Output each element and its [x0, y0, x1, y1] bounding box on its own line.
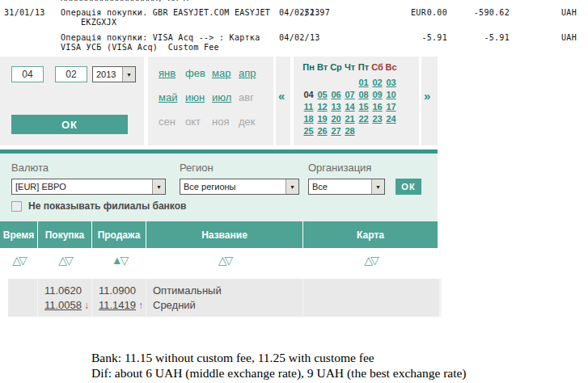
weekday-mon: Пн: [302, 62, 315, 72]
txn-description: VISA УСБ (VISA Acq) Custom Fee: [61, 43, 219, 52]
calendar-week: 25262728: [302, 123, 398, 137]
chevron-down-icon[interactable]: ▼: [371, 179, 384, 194]
currency-select-value: [EUR] ЕВРО: [12, 182, 152, 192]
table-row: 11.0620 11.0058↓ 11.0900 11.1419↑ Оптима…: [8, 279, 442, 317]
sort-asc-icon[interactable]: △: [218, 254, 225, 267]
rate-name-middle: Средний: [153, 298, 302, 313]
sort-desc-icon[interactable]: ▽: [225, 254, 231, 267]
day-input[interactable]: [11, 66, 44, 82]
txn-fee: 0.00: [427, 8, 447, 17]
day-link[interactable]: 26: [315, 126, 329, 136]
month-disabled-aug: авг: [239, 91, 265, 116]
annotation-notes: Bank: 11.15 without custom fee, 11.25 wi…: [91, 350, 467, 381]
year-select[interactable]: 2013 ▼: [92, 66, 136, 82]
month-link-apr[interactable]: апр: [239, 67, 265, 91]
organization-label: Организация: [308, 162, 371, 174]
cell-time: [8, 279, 37, 317]
sort-asc-active-icon[interactable]: ▲: [112, 254, 121, 267]
currency-select[interactable]: [EUR] ЕВРО ▼: [11, 179, 166, 195]
month-input[interactable]: [55, 66, 87, 82]
rate-name-optimal: Оптимальный: [153, 284, 302, 298]
region-select-value: Все регионы: [180, 182, 286, 192]
month-disabled-oct: окт: [185, 116, 212, 140]
day-link[interactable]: 28: [343, 126, 357, 136]
sort-controls-row: △▽ △▽ ▲▽ △▽ △▽: [0, 248, 438, 279]
month-link-mar[interactable]: мар: [212, 67, 239, 91]
organization-select-value: Все: [309, 182, 371, 192]
prev-month-icon[interactable]: «: [278, 89, 285, 103]
weekday-thu: Чт: [343, 62, 357, 72]
column-header-time: Время: [0, 221, 37, 248]
txn-total-currency: UAH: [561, 8, 577, 17]
day-link[interactable]: 27: [329, 126, 343, 136]
txn-description: Операція покупки. GBR EASYJET.COM EASYJE…: [61, 8, 270, 17]
calendar-weekday-header: ПнВтСрЧтПтСбВс: [302, 59, 398, 74]
sort-desc-icon[interactable]: ▽: [121, 254, 127, 267]
currency-label: Валюта: [11, 162, 49, 174]
region-label: Регион: [180, 162, 214, 174]
month-link-jul[interactable]: июл: [212, 91, 239, 116]
sell-rate-middle-link[interactable]: 11.1419: [99, 299, 136, 311]
next-month-icon[interactable]: »: [424, 89, 430, 103]
month-links-panel: янв фев мар апр май июн июл авг сен окт …: [148, 57, 273, 145]
date-input-panel: 2013 ▼ ОК: [0, 57, 144, 145]
filter-bar: Валюта Регион Организация [EUR] ЕВРО ▼ В…: [0, 149, 438, 221]
trend-down-icon: ↓: [84, 298, 89, 313]
sort-desc-icon[interactable]: ▽: [65, 254, 71, 267]
month-disabled-nov: ноя: [212, 116, 239, 140]
txn-value-date: 04/02/13: [279, 33, 320, 42]
hide-branches-label: Не показывать филиалы банков: [28, 200, 186, 212]
txn-total: -5.91: [484, 33, 510, 42]
date-ok-button[interactable]: ОК: [11, 115, 128, 134]
sort-control-sell-active[interactable]: ▲▽: [112, 254, 127, 279]
organization-select[interactable]: Все ▼: [308, 179, 385, 195]
rates-table-header: Время Покупка Продажа Название Карта: [0, 221, 438, 248]
chevron-down-icon[interactable]: ▼: [122, 67, 135, 82]
month-current-feb: фев: [185, 67, 212, 91]
cell-name: Оптимальный Средний: [146, 279, 302, 317]
txn-amount: -52.97: [299, 8, 330, 17]
sort-desc-icon[interactable]: ▽: [19, 254, 25, 267]
sort-control-buy[interactable]: △▽: [58, 254, 71, 279]
year-select-value: 2013: [93, 69, 122, 79]
txn-total-currency: UAH: [561, 33, 577, 42]
sort-asc-icon[interactable]: △: [58, 254, 65, 267]
cell-sell: 11.0900 11.1419↑: [92, 279, 146, 317]
sort-asc-icon[interactable]: △: [364, 254, 370, 267]
txn-currency: EUR: [411, 8, 426, 17]
weekday-wed: Ср: [329, 62, 343, 72]
filters-ok-button[interactable]: ОК: [396, 179, 421, 195]
chevron-down-icon[interactable]: ▼: [152, 179, 165, 194]
sort-control-card[interactable]: △▽: [364, 254, 377, 279]
sort-asc-icon[interactable]: △: [12, 254, 19, 267]
hide-branches-checkbox[interactable]: [11, 201, 22, 212]
month-link-jun[interactable]: июн: [185, 91, 212, 116]
month-disabled-sep: сен: [159, 116, 185, 140]
txn-description: Операція покупки: VISA Acq --> : Картка: [61, 33, 260, 42]
trend-up-icon: ↑: [138, 298, 143, 313]
txn-total: -590.62: [474, 8, 510, 17]
column-header-name: Название: [146, 221, 302, 248]
day-link[interactable]: 25: [302, 126, 315, 136]
month-link-jan[interactable]: янв: [159, 67, 185, 91]
weekday-fri: Пт: [357, 62, 370, 72]
column-header-sell: Продажа: [92, 221, 146, 248]
month-disabled-dec: дек: [239, 116, 265, 140]
txn-fee: -5.91: [421, 33, 447, 42]
chevron-down-icon[interactable]: ▼: [286, 179, 298, 194]
region-select[interactable]: Все регионы ▼: [180, 179, 299, 195]
sort-control-name[interactable]: △▽: [218, 254, 231, 279]
month-link-may[interactable]: май: [159, 91, 185, 116]
weekday-sun: Вс: [384, 62, 398, 72]
cell-buy: 11.0620 11.0058↓: [38, 279, 91, 317]
sort-desc-icon[interactable]: ▽: [370, 254, 377, 267]
next-month-panel: »: [421, 57, 438, 145]
weekday-sat: Сб: [370, 62, 384, 72]
date-picker: 2013 ▼ ОК янв фев мар апр май июн июл ав…: [0, 57, 438, 145]
sell-rate-optimal: 11.0900: [99, 284, 146, 298]
note-bank-line: Bank: 11.15 without custom fee, 11.25 wi…: [91, 350, 467, 365]
weekday-tue: Вт: [315, 62, 329, 72]
buy-rate-middle-link[interactable]: 11.0058: [44, 299, 82, 311]
sort-control-time[interactable]: △▽: [12, 254, 25, 279]
month-links: янв фев мар апр май июн июл авг сен окт …: [159, 67, 265, 140]
